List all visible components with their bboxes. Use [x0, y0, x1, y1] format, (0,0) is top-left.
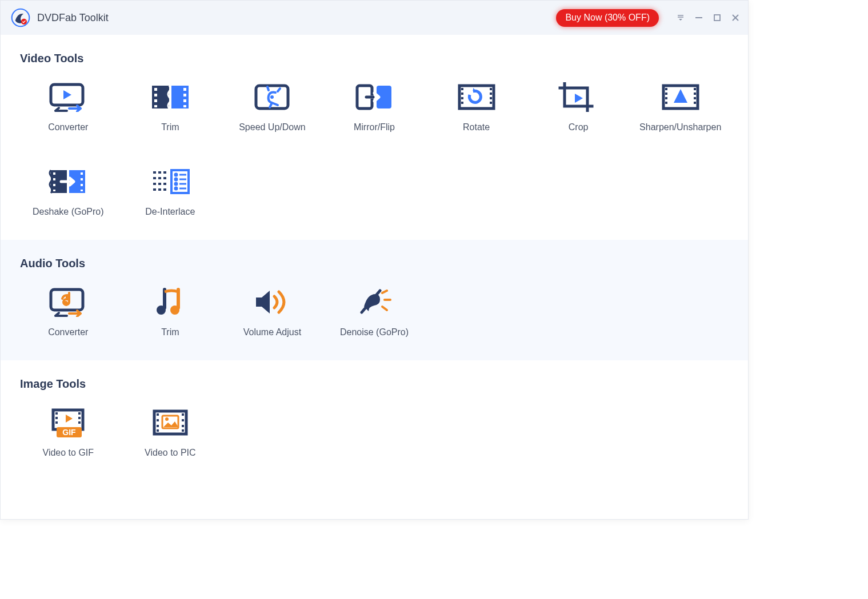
svg-rect-74 — [78, 412, 81, 415]
svg-line-69 — [382, 307, 387, 310]
app-title: DVDFab Toolkit — [37, 12, 109, 24]
tool-label: Rotate — [463, 122, 490, 132]
section-image-tools: Image Tools GIF Video to GIF — [1, 360, 748, 481]
tool-audio-trim[interactable]: Trim — [125, 287, 216, 337]
tool-label: Trim — [161, 122, 179, 132]
crop-icon — [558, 82, 599, 112]
tool-video-speed[interactable]: Speed Up/Down — [226, 82, 318, 132]
tool-label: Trim — [161, 327, 179, 337]
svg-rect-44 — [53, 190, 55, 191]
svg-rect-75 — [78, 417, 81, 419]
trim-icon — [150, 82, 191, 112]
tool-video-sharpen[interactable]: Sharpen/Unsharpen — [635, 82, 726, 132]
speed-icon — [251, 82, 293, 112]
tool-video-deshake[interactable]: Deshake (GoPro) — [22, 167, 114, 217]
minimize-icon[interactable] — [694, 13, 703, 22]
rotate-icon — [456, 82, 497, 112]
svg-rect-38 — [694, 102, 696, 104]
svg-rect-47 — [81, 184, 83, 186]
svg-rect-36 — [694, 93, 696, 95]
svg-rect-24 — [461, 97, 463, 99]
svg-point-89 — [165, 417, 169, 421]
audio-converter-icon — [47, 287, 89, 317]
tool-video-to-pic[interactable]: Video to PIC — [125, 408, 216, 458]
section-title-audio: Audio Tools — [20, 257, 729, 270]
section-title-video: Video Tools — [20, 52, 729, 65]
image-tools-grid: GIF Video to GIF — [20, 408, 729, 458]
audio-tools-grid: Converter Trim — [20, 287, 729, 337]
menu-dropdown-icon[interactable] — [676, 13, 685, 22]
svg-rect-10 — [154, 94, 157, 97]
tool-video-to-gif[interactable]: GIF Video to GIF — [22, 408, 114, 458]
tool-video-crop[interactable]: Crop — [533, 82, 624, 132]
svg-rect-15 — [183, 99, 186, 102]
tool-video-deinterlace[interactable]: De-Interlace — [125, 167, 216, 217]
svg-rect-87 — [182, 429, 184, 432]
svg-rect-45 — [81, 172, 83, 175]
tool-label: Denoise (GoPro) — [340, 327, 409, 337]
svg-line-67 — [382, 291, 387, 293]
tool-audio-volume[interactable]: Volume Adjust — [226, 287, 318, 337]
pic-icon — [150, 408, 191, 437]
svg-point-60 — [175, 187, 177, 190]
svg-point-56 — [175, 178, 177, 180]
svg-rect-86 — [182, 425, 184, 427]
svg-rect-48 — [81, 190, 83, 191]
titlebar: DVDFab Toolkit Buy Now (30% OFF) — [1, 1, 748, 35]
converter-icon — [47, 82, 89, 112]
svg-rect-22 — [461, 88, 463, 90]
svg-rect-73 — [55, 421, 58, 424]
section-video-tools: Video Tools Converter — [1, 35, 748, 240]
tool-label: Converter — [48, 122, 88, 132]
svg-rect-72 — [55, 417, 58, 419]
svg-rect-37 — [694, 97, 696, 99]
svg-text:GIF: GIF — [63, 428, 77, 437]
denoise-icon — [354, 287, 395, 317]
svg-rect-13 — [183, 88, 186, 91]
tool-label: Video to GIF — [43, 448, 94, 458]
tool-video-trim[interactable]: Trim — [125, 82, 216, 132]
tool-audio-converter[interactable]: Converter — [22, 287, 114, 337]
svg-rect-46 — [81, 178, 83, 180]
svg-rect-41 — [53, 172, 55, 175]
gif-icon: GIF — [47, 408, 89, 437]
sharpen-icon — [660, 82, 701, 112]
svg-rect-83 — [157, 429, 159, 432]
svg-rect-12 — [154, 105, 157, 107]
close-icon[interactable] — [731, 13, 740, 22]
svg-rect-79 — [154, 411, 186, 434]
buy-now-button[interactable]: Buy Now (30% OFF) — [556, 9, 659, 27]
svg-rect-21 — [459, 86, 494, 108]
svg-rect-9 — [154, 88, 157, 91]
tool-label: Converter — [48, 327, 88, 337]
app-logo-icon — [11, 8, 30, 27]
tool-label: De-Interlace — [145, 207, 195, 217]
svg-rect-27 — [490, 93, 492, 95]
svg-rect-81 — [157, 419, 159, 421]
svg-rect-3 — [714, 15, 720, 21]
svg-point-64 — [157, 305, 166, 315]
svg-point-58 — [175, 183, 177, 185]
svg-rect-42 — [53, 178, 55, 180]
mirror-icon — [354, 82, 395, 112]
svg-rect-28 — [490, 97, 492, 99]
svg-rect-11 — [154, 99, 157, 102]
svg-rect-31 — [665, 88, 667, 90]
svg-point-63 — [63, 301, 68, 305]
volume-icon — [251, 287, 293, 317]
tool-label: Mirror/Flip — [354, 122, 395, 132]
maximize-icon[interactable] — [713, 13, 722, 22]
svg-rect-16 — [183, 105, 186, 107]
tool-audio-denoise[interactable]: Denoise (GoPro) — [329, 287, 420, 337]
svg-rect-71 — [55, 412, 58, 415]
tool-video-rotate[interactable]: Rotate — [431, 82, 522, 132]
svg-rect-33 — [665, 97, 667, 99]
tool-video-mirror[interactable]: Mirror/Flip — [329, 82, 420, 132]
tool-label: Deshake (GoPro) — [33, 207, 104, 217]
deinterlace-icon — [150, 167, 191, 196]
tool-video-converter[interactable]: Converter — [22, 82, 114, 132]
window-controls — [676, 13, 740, 22]
tool-label: Speed Up/Down — [239, 122, 306, 132]
svg-rect-53 — [171, 170, 189, 193]
svg-rect-43 — [53, 184, 55, 186]
